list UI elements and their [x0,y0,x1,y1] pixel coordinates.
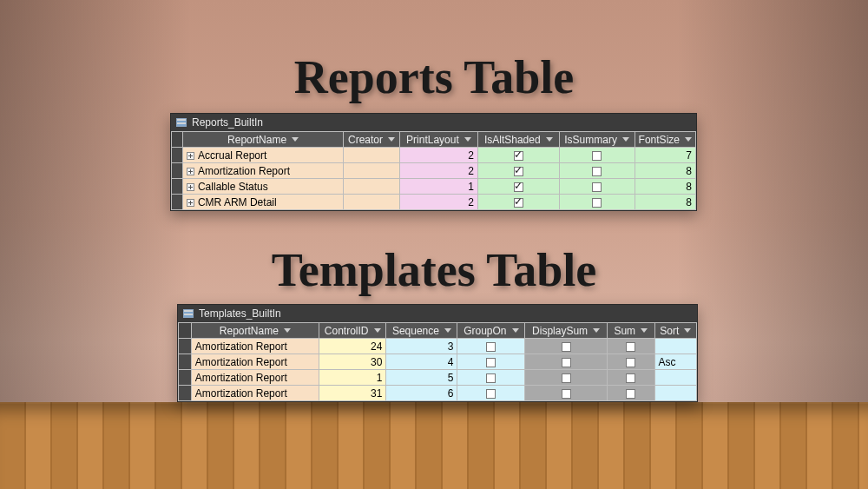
window-templates-titlebar[interactable]: Templates_BuiltIn [178,305,697,322]
cell-reportname[interactable]: CMR ARM Detail [182,195,343,210]
cell-fontsize[interactable]: 7 [635,148,695,163]
checkbox[interactable] [562,389,571,399]
reports-grid[interactable]: ReportName Creator PrintLayout IsAltShad… [171,131,696,210]
cell-isaltshaded[interactable] [478,195,559,210]
checkbox[interactable] [626,358,635,367]
row-header[interactable] [172,163,183,179]
window-reports-titlebar[interactable]: Reports_BuiltIn [171,114,696,131]
cell-printlayout[interactable]: 2 [399,195,477,210]
cell-creator[interactable] [344,148,400,163]
filter-icon[interactable] [512,328,519,333]
cell-sum[interactable] [607,354,654,370]
col-header-fontsize[interactable]: FontSize [635,132,695,148]
filter-icon[interactable] [593,328,600,333]
cell-reportname[interactable]: Amortization Report [191,354,319,370]
checkbox[interactable] [486,373,496,383]
cell-displaysum[interactable] [525,354,608,370]
cell-sequence[interactable]: 5 [386,370,457,386]
expand-icon[interactable] [187,199,194,207]
filter-icon[interactable] [284,328,291,333]
row-header[interactable] [179,370,192,386]
checkbox[interactable] [486,358,496,367]
cell-fontsize[interactable]: 8 [635,179,695,195]
cell-controlid[interactable]: 31 [319,386,385,401]
cell-displaysum[interactable] [525,370,608,386]
cell-isaltshaded[interactable] [478,163,559,179]
col-header-sum[interactable]: Sum [607,323,654,339]
cell-issummary[interactable] [559,148,635,163]
cell-reportname[interactable]: Amortization Report [191,339,319,354]
row-header[interactable] [179,339,192,354]
cell-displaysum[interactable] [525,339,608,354]
filter-icon[interactable] [622,137,629,142]
cell-printlayout[interactable]: 1 [399,179,477,195]
expand-icon[interactable] [187,183,194,191]
cell-reportname[interactable]: Amortization Report [182,163,343,179]
table-row[interactable]: CMR ARM Detail28 [172,195,696,210]
col-header-controlid[interactable]: ControlID [319,323,385,339]
cell-printlayout[interactable]: 2 [399,163,477,179]
select-all-corner[interactable] [179,323,192,339]
col-header-reportname[interactable]: ReportName [182,132,343,148]
checkbox[interactable] [514,151,523,161]
filter-icon[interactable] [684,328,691,333]
col-header-isaltshaded[interactable]: IsAltShaded [478,132,559,148]
cell-sum[interactable] [607,339,654,354]
cell-controlid[interactable]: 1 [319,370,385,386]
cell-reportname[interactable]: Amortization Report [191,370,319,386]
cell-controlid[interactable]: 30 [319,354,385,370]
cell-isaltshaded[interactable] [478,179,559,195]
checkbox[interactable] [592,198,602,208]
checkbox[interactable] [562,373,571,383]
checkbox[interactable] [592,182,602,192]
row-header[interactable] [172,148,183,163]
cell-sequence[interactable]: 4 [386,354,457,370]
table-row[interactable]: Amortization Report28 [172,163,696,179]
cell-creator[interactable] [344,179,400,195]
cell-creator[interactable] [344,195,400,210]
select-all-corner[interactable] [172,132,183,148]
table-row[interactable]: Amortization Report243 [179,339,697,354]
col-header-issummary[interactable]: IsSummary [559,132,635,148]
table-row[interactable]: Callable Status18 [172,179,696,195]
cell-issummary[interactable] [559,195,635,210]
expand-icon[interactable] [187,152,194,160]
filter-icon[interactable] [388,137,395,142]
table-row[interactable]: Accrual Report27 [172,148,696,163]
cell-reportname[interactable]: Callable Status [182,179,343,195]
filter-icon[interactable] [374,328,381,333]
checkbox[interactable] [592,167,602,176]
cell-sort[interactable]: Asc [654,354,696,370]
cell-fontsize[interactable]: 8 [635,195,695,210]
col-header-displaysum[interactable]: DisplaySum [525,323,608,339]
table-row[interactable]: Amortization Report15 [179,370,697,386]
filter-icon[interactable] [292,137,299,142]
checkbox[interactable] [626,342,635,352]
col-header-sort[interactable]: Sort [654,323,696,339]
cell-sort[interactable] [654,370,696,386]
checkbox[interactable] [562,342,571,352]
cell-sequence[interactable]: 3 [386,339,457,354]
cell-displaysum[interactable] [525,386,608,401]
cell-reportname[interactable]: Accrual Report [182,148,343,163]
table-row[interactable]: Amortization Report316 [179,386,697,401]
filter-icon[interactable] [685,137,692,142]
cell-sort[interactable] [654,339,696,354]
col-header-reportname[interactable]: ReportName [191,323,319,339]
filter-icon[interactable] [464,137,471,142]
checkbox[interactable] [514,198,523,208]
checkbox[interactable] [514,182,523,192]
col-header-groupon[interactable]: GroupOn [457,323,525,339]
cell-controlid[interactable]: 24 [319,339,385,354]
filter-icon[interactable] [641,328,648,333]
col-header-sequence[interactable]: Sequence [386,323,457,339]
cell-sum[interactable] [607,386,654,401]
checkbox[interactable] [514,167,523,176]
col-header-printlayout[interactable]: PrintLayout [399,132,477,148]
cell-groupon[interactable] [457,370,525,386]
table-row[interactable]: Amortization Report304Asc [179,354,697,370]
checkbox[interactable] [592,151,602,161]
templates-grid[interactable]: ReportName ControlID Sequence GroupOn Di… [178,322,697,401]
cell-fontsize[interactable]: 8 [635,163,695,179]
row-header[interactable] [179,386,192,401]
